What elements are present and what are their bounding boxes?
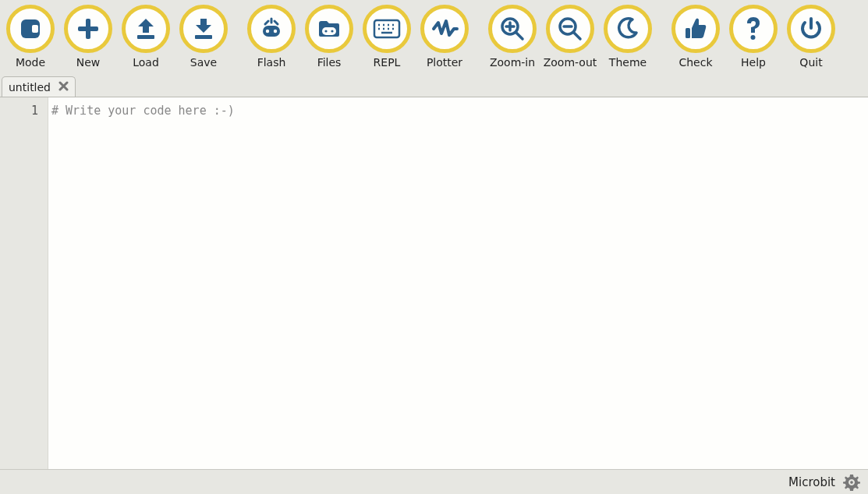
download-icon [179,5,228,53]
line-number-gutter: 1 [0,97,48,469]
svg-rect-1 [32,25,38,33]
plus-icon [64,5,112,53]
toolbar-separator [237,7,238,69]
plotter-label: Plotter [427,56,462,69]
mode-label: Mode [16,56,45,69]
code-area[interactable]: # Write your code here :-) [48,97,868,469]
svg-point-7 [266,30,269,33]
upload-icon [122,5,170,53]
svg-rect-4 [137,35,154,39]
zoom-in-label: Zoom-in [490,56,535,69]
svg-line-27 [574,33,580,39]
tab-label: untitled [9,81,51,94]
check-label: Check [678,56,712,69]
folder-icon [305,5,353,53]
keyboard-icon [363,5,411,53]
line-number: 1 [0,102,48,119]
settings-button[interactable] [843,474,860,491]
status-bar: Microbit [0,469,868,494]
help-button[interactable]: Help [725,3,782,69]
new-button[interactable]: New [59,3,117,69]
files-label: Files [317,56,342,69]
toolbar-group: Mode New Load Save [2,3,232,69]
svg-point-8 [274,30,277,33]
new-label: New [76,56,101,69]
toolbar-group: Flash Files REPL Plotter [243,3,473,69]
toolbar-group: Check Help Quit [667,3,840,69]
files-button[interactable]: Files [300,3,358,69]
close-icon[interactable] [58,81,69,94]
mode-button[interactable]: Mode [2,3,59,69]
load-button[interactable]: Load [117,3,175,69]
flash-label: Flash [257,56,286,69]
quit-label: Quit [799,56,822,69]
code-line: # Write your code here :-) [51,104,235,118]
zoom-in-button[interactable]: Zoom-in [484,3,541,69]
question-icon [729,5,778,53]
save-button[interactable]: Save [175,3,232,69]
save-label: Save [190,56,217,69]
zoom-out-label: Zoom-out [544,56,597,69]
toolbar-group: Zoom-in Zoom-out Theme [484,3,657,69]
load-label: Load [133,56,159,69]
toolbar: Mode New Load Save Flash [0,0,868,74]
svg-rect-12 [374,20,399,37]
help-label: Help [741,56,766,69]
svg-rect-6 [263,26,280,37]
check-button[interactable]: Check [667,3,725,69]
svg-rect-3 [78,26,98,31]
zoom-out-icon [546,5,594,53]
svg-point-10 [324,30,327,32]
gear-icon [843,474,860,491]
tab-bar: untitled [0,74,868,97]
flash-icon [247,5,296,53]
tab-untitled[interactable]: untitled [2,76,76,97]
power-icon [787,5,835,53]
toolbar-separator [661,7,662,69]
toolbar-separator [478,7,479,69]
editor: 1 # Write your code here :-) [0,97,868,469]
svg-rect-5 [195,35,212,39]
plotter-button[interactable]: Plotter [416,3,473,69]
svg-rect-9 [322,27,336,35]
svg-line-23 [516,33,523,39]
moon-icon [604,5,652,53]
mode-icon [6,5,55,53]
zoom-out-button[interactable]: Zoom-out [541,3,599,69]
svg-point-30 [751,35,756,40]
zoom-in-icon [488,5,537,53]
plotter-icon [420,5,469,53]
flash-button[interactable]: Flash [243,3,300,69]
status-mode: Microbit [788,475,835,489]
quit-button[interactable]: Quit [782,3,840,69]
svg-point-11 [331,30,333,32]
repl-label: REPL [374,56,401,69]
theme-button[interactable]: Theme [599,3,657,69]
repl-button[interactable]: REPL [358,3,416,69]
thumbs-up-icon [671,5,720,53]
svg-rect-29 [686,28,690,38]
theme-label: Theme [609,56,647,69]
